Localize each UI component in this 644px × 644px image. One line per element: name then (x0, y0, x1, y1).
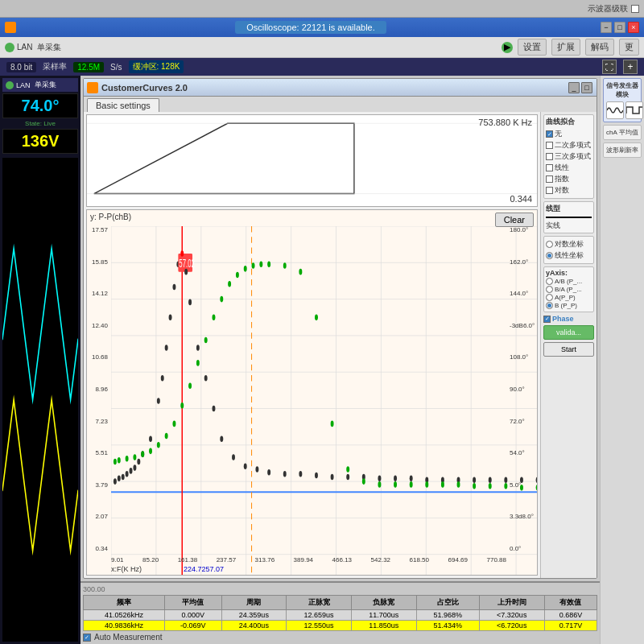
line-type-title: 线型 (546, 204, 592, 214)
wave-refresh-label: 波形刷新率 (606, 146, 638, 155)
svg-point-41 (172, 284, 175, 291)
square-wave-btn[interactable] (625, 101, 643, 119)
auto-meas-checkbox[interactable]: ✓ (83, 634, 91, 642)
sample-unit: S/s (110, 63, 122, 72)
svg-point-54 (255, 466, 258, 473)
checkbox-detector[interactable] (631, 5, 639, 13)
settings-btn[interactable]: 设置 (518, 39, 547, 56)
decode-btn[interactable]: 解码 (585, 39, 614, 56)
svg-point-74 (114, 459, 117, 465)
svg-point-69 (489, 477, 492, 483)
svg-point-89 (228, 281, 231, 287)
global-right-panel: 信号发生器模块 chA 平均值 (600, 76, 644, 644)
tab-basic-settings[interactable]: Basic settings (87, 98, 159, 112)
curve-option-cubic[interactable]: 三次多项式 (546, 151, 592, 162)
preview-freq: 753.880 K Hz (478, 118, 532, 127)
svg-point-55 (267, 469, 270, 476)
svg-point-68 (473, 477, 476, 483)
svg-point-92 (252, 262, 255, 269)
cc-title: CustomerCurves 2.0 (101, 83, 568, 93)
svg-point-59 (331, 474, 334, 481)
show-detector-label: 示波器级联 (5, 3, 628, 14)
single-acq-btn[interactable]: 单采集 (37, 42, 61, 53)
y-axis-ba[interactable]: B/A (P_... (546, 286, 592, 293)
validate-button[interactable]: valida... (543, 325, 594, 340)
curve-option-quad[interactable]: 二次多项式 (546, 140, 592, 151)
svg-point-52 (232, 454, 235, 460)
measurement-row-2-highlight: 40.9836kHz -0.069V 24.400us 12.550us 11.… (84, 621, 597, 631)
bode-svg: 57.02 (111, 226, 538, 576)
col-freq: 频率 (84, 596, 165, 610)
cha-avg-label: chA 平均值 (606, 128, 638, 137)
close-btn[interactable]: × (628, 22, 639, 33)
minimize-btn[interactable]: − (601, 22, 612, 33)
expand-btn[interactable]: 扩展 (551, 39, 580, 56)
col-rise: 上升时间 (479, 596, 544, 610)
svg-point-32 (130, 468, 133, 474)
svg-point-87 (213, 314, 216, 320)
svg-point-40 (169, 314, 172, 320)
play-btn[interactable]: ▶ (502, 42, 513, 53)
curve-option-exp[interactable]: 指数 (546, 174, 592, 184)
phase-checkbox-row[interactable]: ✓ Phase (543, 315, 594, 323)
window-controls: − □ × (601, 22, 639, 33)
curve-option-log[interactable]: 对数 (546, 185, 592, 196)
col-avg: 平均值 (164, 596, 221, 610)
more-btn[interactable]: 更 (619, 39, 639, 56)
line-type-label: 实线 (546, 221, 592, 231)
y-axis-b[interactable]: B (P_P) (546, 302, 592, 309)
svg-point-79 (149, 448, 152, 455)
svg-point-106 (457, 481, 460, 488)
zoom-btn[interactable]: + (623, 60, 638, 74)
svg-point-28 (114, 478, 117, 485)
svg-point-56 (283, 471, 287, 477)
col-duty: 占空比 (416, 596, 479, 610)
svg-point-86 (204, 337, 208, 344)
svg-point-47 (188, 299, 192, 306)
svg-marker-0 (94, 123, 354, 193)
osc-info-bar: 8.0 bit 采样率 12.5M S/s 缓冲区: 128K ⛶ + (0, 58, 644, 76)
auto-meas-label: Auto Measurement (94, 633, 163, 642)
col-rms: 有效值 (544, 596, 597, 610)
linear-coord-option[interactable]: 线性坐标 (546, 250, 592, 261)
maximize-btn[interactable]: □ (614, 22, 625, 33)
coord-section: 对数坐标 线性坐标 (543, 236, 594, 264)
svg-point-53 (244, 463, 247, 469)
title-bar: Oscilloscope: 22121 is available. − □ × (0, 18, 644, 37)
col-pos-width: 正脉宽 (287, 596, 352, 610)
bode-y-axis-labels: 17.57 15.85 14.12 12.40 10.68 8.96 7.23 … (87, 226, 109, 552)
start-button[interactable]: Start (543, 342, 594, 357)
cc-minimize[interactable]: _ (568, 82, 580, 93)
lan-indicator: LAN (5, 43, 32, 52)
measurement-area: 300.00 频率 平均值 周期 正脉宽 负脉宽 占空比 上升时间 有效值 (80, 581, 600, 644)
sine-wave-btn[interactable] (606, 101, 624, 119)
svg-point-100 (362, 478, 365, 485)
voltage-ch1-display: 74.0° (2, 93, 78, 118)
cc-maximize[interactable]: □ (581, 82, 592, 93)
app-icon (5, 22, 16, 33)
curve-option-linear[interactable]: 线性 (546, 163, 592, 173)
cha-avg-section: chA 平均值 (603, 125, 642, 140)
state-label: State: Live (2, 120, 78, 127)
svg-point-77 (133, 454, 136, 460)
cc-settings-panel: 曲线拟合 ✓ 无 二次多项式 三次多项式 (540, 112, 597, 578)
svg-point-82 (172, 421, 175, 427)
svg-point-90 (236, 272, 239, 279)
svg-point-58 (315, 473, 318, 479)
log-coord-option[interactable]: 对数坐标 (546, 239, 592, 250)
svg-point-102 (394, 481, 397, 488)
svg-point-62 (378, 476, 381, 482)
phase-y-labels: 180.0° 162.0° 144.0° -3dB6.0° 108.0° 90.… (508, 226, 537, 552)
svg-point-93 (259, 261, 262, 267)
svg-point-51 (220, 436, 223, 442)
svg-point-97 (315, 314, 318, 320)
y-axis-a[interactable]: A(P_P) (546, 294, 592, 301)
svg-point-105 (441, 481, 444, 488)
curve-option-none[interactable]: ✓ 无 (546, 129, 592, 139)
svg-point-85 (196, 360, 200, 366)
fullscreen-btn[interactable]: ⛶ (602, 60, 617, 74)
clear-button[interactable]: Clear (495, 213, 534, 227)
svg-point-76 (126, 456, 129, 462)
y-axis-ab[interactable]: A/B (P_... (546, 278, 592, 285)
svg-point-31 (126, 471, 129, 477)
